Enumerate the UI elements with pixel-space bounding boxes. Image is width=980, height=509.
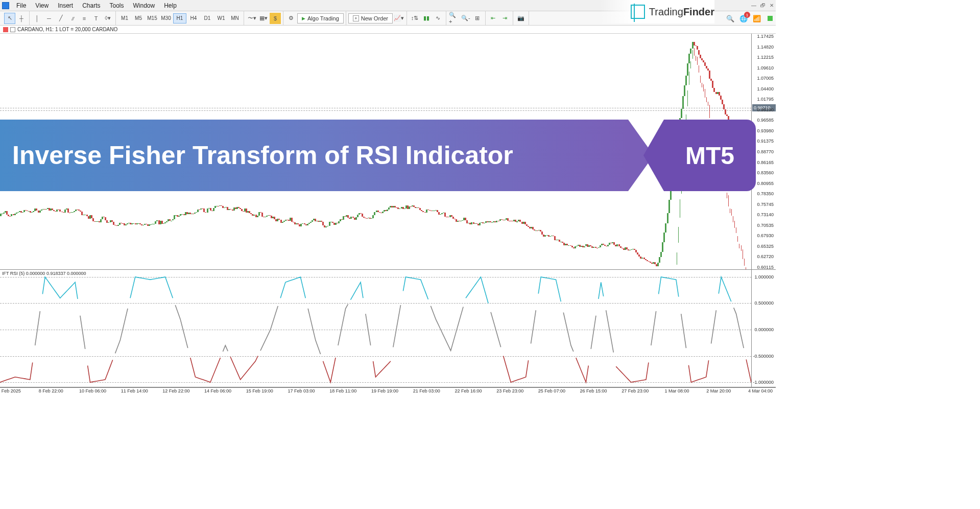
dollar-icon[interactable]: $ [270,13,281,24]
fibonacci-icon[interactable]: ≡ [79,13,90,24]
grid-icon[interactable]: ⊞ [472,13,483,24]
search-icon[interactable]: 🔍 [726,14,735,23]
timeframe-group: M1 M5 M15 M30 H1 H4 D1 W1 MN [116,11,244,25]
autoscroll-icon[interactable]: ⇥ [499,13,511,24]
zoom-in-icon[interactable]: 🔍+ [448,13,460,24]
tf-m15[interactable]: M15 [146,13,159,24]
chart-chip2-icon [10,27,15,32]
tf-h1[interactable]: H1 [173,13,186,24]
algo-trading-button[interactable]: ▶Algo Trading [297,13,344,24]
right-icon-group: 🔍 🌐1 📶 [726,12,773,25]
maximize-icon[interactable]: 🗗 [760,3,766,8]
indicator-axis: 1.0000000.5000000.000000-0.500000-1.0000… [751,270,776,387]
shift-icon[interactable]: ⇤ [488,13,499,24]
tf-w1[interactable]: W1 [214,13,228,24]
chart-header: CARDANO, H1: 1 LOT = 20,000 CARDANO [0,26,776,34]
menu-insert[interactable]: Insert [54,1,77,10]
signal-icon[interactable]: 📶 [752,14,761,23]
cursor-tool-icon[interactable]: ↖ [4,13,15,24]
screenshot-icon[interactable]: 📷 [515,13,527,24]
app-icon [2,2,9,9]
tf-mn[interactable]: MN [228,13,242,24]
brand-logo: TradingFinder [600,0,714,24]
bars-icon[interactable]: ▮▮ [421,13,432,24]
brand-mark-icon [631,5,645,19]
equidistant-icon[interactable]: ⫽ [67,13,78,24]
chart-dropdown-icon[interactable]: 📈▾ [393,13,404,24]
text-icon[interactable]: T [90,13,102,24]
menu-help[interactable]: Help [160,1,181,10]
overlay-banner: Inverse Fisher Transform of RSI Indicato… [0,120,756,191]
connection-status-icon [768,16,773,21]
minimize-icon[interactable]: — [751,3,756,8]
close-icon[interactable]: ✕ [770,3,774,8]
tf-d1[interactable]: D1 [201,13,214,24]
depth-icon[interactable]: ↕⇅ [409,13,420,24]
candle-chart-icon[interactable]: ▦▾ [258,13,269,24]
tf-m5[interactable]: M5 [132,13,145,24]
banner-title: Inverse Fisher Transform of RSI Indicato… [0,120,628,191]
chart-symbol-label: CARDANO, H1: 1 LOT = 20,000 CARDANO [17,27,117,32]
brand-text: TradingFinder [649,6,714,18]
tf-h4[interactable]: H4 [187,13,200,24]
strategy-icon[interactable]: ⚙ [285,13,297,24]
menu-tools[interactable]: Tools [106,1,128,10]
menu-view[interactable]: View [31,1,53,10]
menu-file[interactable]: File [12,1,30,10]
line-chart-icon[interactable]: 〜▾ [246,13,257,24]
zoom-out-icon[interactable]: 🔍- [460,13,471,24]
trendline-icon[interactable]: ╱ [55,13,66,24]
vertical-line-icon[interactable]: │ [32,13,43,24]
ift-plot [0,270,751,387]
price-chart[interactable]: Inverse Fisher Transform of RSI Indicato… [0,34,776,270]
notif-badge: 1 [744,12,750,18]
new-order-label: New Order [361,15,388,21]
tf-m30[interactable]: M30 [159,13,173,24]
algo-label: Algo Trading [307,15,339,21]
objects-icon[interactable]: ◊▾ [102,13,113,24]
time-axis: 7 Feb 20258 Feb 22:0010 Feb 06:0011 Feb … [0,387,776,396]
menu-window[interactable]: Window [129,1,159,10]
pulse-icon[interactable]: ∿ [433,13,444,24]
banner-tag: MT5 [664,120,756,191]
horizontal-line-icon[interactable]: ─ [43,13,55,24]
new-order-button[interactable]: +New Order [348,13,393,24]
tf-m1[interactable]: M1 [118,13,131,24]
window-controls: — 🗗 ✕ [751,3,774,8]
indicator-pane[interactable]: IFT RSI (5) 0.000000 0.918337 0.000000 1… [0,270,776,387]
chart-chip-icon [3,27,8,32]
menu-charts[interactable]: Charts [78,1,104,10]
notifications-icon[interactable]: 🌐1 [739,14,748,23]
crosshair-tool-icon[interactable]: ┼ [16,13,27,24]
